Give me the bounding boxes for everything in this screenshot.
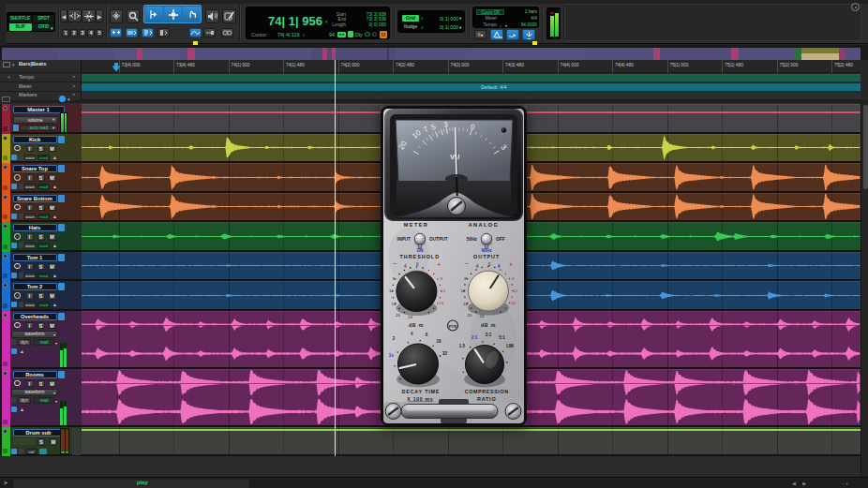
svg-text:4: 4 [498,264,501,269]
svg-text:PYE: PYE [449,324,457,329]
svg-text:DECAY TIME: DECAY TIME [402,389,441,394]
svg-text:X 100 ms: X 100 ms [407,396,433,402]
svg-text:OUTPUT: OUTPUT [473,254,500,259]
svg-text:−: − [465,260,469,267]
svg-text:12: 12 [441,288,445,293]
svg-text:VU: VU [450,153,459,161]
svg-text:2:1: 2:1 [471,335,478,340]
svg-text:1.5: 1.5 [459,344,466,348]
svg-text:3:1: 3:1 [486,333,492,337]
svg-text:THRESHOLD: THRESHOLD [400,254,441,259]
svg-text:COMPRESSION: COMPRESSION [465,389,509,394]
svg-text:20: 20 [468,313,472,318]
svg-text:0: 0 [416,262,419,267]
svg-text:METER: METER [404,222,429,228]
svg-text:−: − [394,260,397,267]
svg-text:ON: ON [416,248,424,253]
svg-text:60Hz: 60Hz [481,248,492,253]
svg-text:12: 12 [389,288,394,293]
svg-text:0: 0 [488,262,491,267]
svg-text:LIM: LIM [506,344,514,348]
svg-text:OUTPUT: OUTPUT [429,237,448,242]
svg-text:20: 20 [396,313,400,318]
svg-text:16: 16 [463,302,468,306]
svg-text:OFF: OFF [496,237,505,242]
svg-text:+: + [437,261,441,268]
svg-text:dB m: dB m [481,322,496,328]
svg-text:5:1: 5:1 [499,335,505,340]
svg-text:12: 12 [513,288,517,293]
svg-text:INPUT: INPUT [397,237,411,242]
svg-text:ANALOG: ANALOG [469,222,500,228]
svg-text:1s: 1s [389,353,395,358]
svg-text:RATIO: RATIO [477,396,496,402]
svg-text:16: 16 [436,339,441,344]
svg-text:+: + [509,261,513,268]
svg-text:50Hz: 50Hz [467,237,478,242]
svg-text:4: 4 [476,264,479,269]
svg-text:4: 4 [404,264,407,269]
svg-text:dB m: dB m [409,322,424,328]
svg-text:16: 16 [439,301,443,305]
svg-text:16: 16 [391,302,396,306]
svg-text:12: 12 [461,288,466,293]
svg-text:16: 16 [511,301,516,305]
svg-text:32: 32 [442,351,448,356]
